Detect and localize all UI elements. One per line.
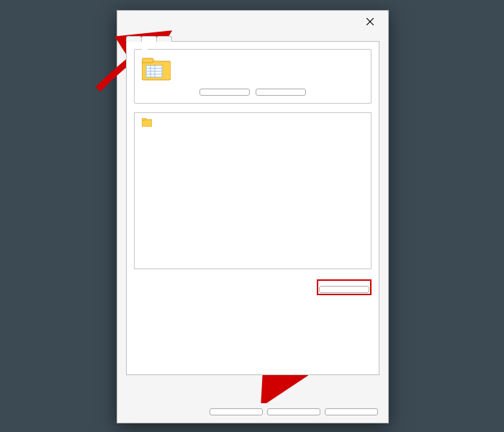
- cancel-button[interactable]: [267, 408, 320, 415]
- tab-view[interactable]: [141, 36, 157, 42]
- tree-node-files-and-folders[interactable]: [139, 116, 371, 129]
- tab-search[interactable]: [156, 36, 172, 42]
- folder-views-icon: [142, 57, 171, 81]
- tab-page-view: [126, 41, 379, 375]
- restore-defaults-button[interactable]: [319, 286, 369, 293]
- svg-rect-10: [142, 120, 152, 127]
- svg-rect-11: [142, 118, 146, 120]
- dialog-footer: [117, 408, 388, 415]
- folder-views-group: [134, 49, 372, 104]
- close-button[interactable]: [358, 13, 382, 30]
- tab-strip: [126, 36, 379, 42]
- folder-icon: [142, 118, 152, 127]
- reset-folder-views-button[interactable]: [256, 89, 306, 96]
- folder-options-dialog: [117, 10, 389, 423]
- close-icon: [366, 18, 374, 25]
- titlebar: [117, 11, 388, 32]
- advanced-settings-tree[interactable]: [134, 112, 372, 269]
- apply-to-folders-button[interactable]: [199, 89, 250, 96]
- restore-defaults-highlight: [317, 279, 372, 295]
- apply-button[interactable]: [325, 408, 378, 415]
- svg-rect-3: [142, 58, 153, 63]
- tab-general[interactable]: [126, 36, 142, 42]
- ok-button[interactable]: [210, 408, 263, 415]
- dialog-body: [117, 32, 388, 382]
